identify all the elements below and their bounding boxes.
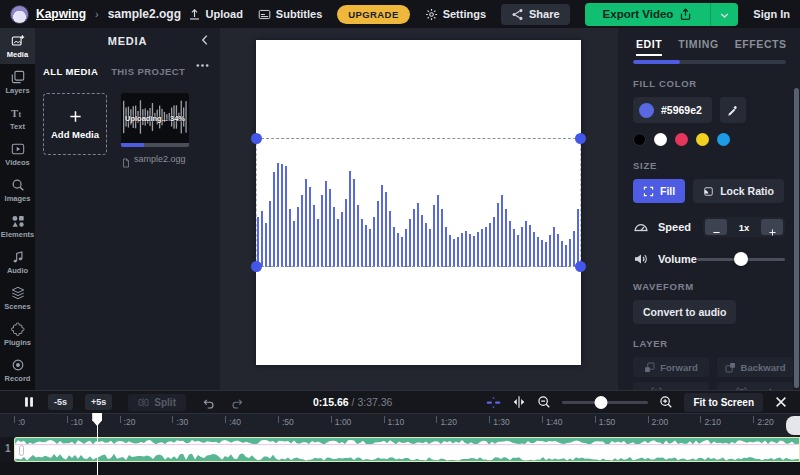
kapwing-home-link[interactable]: Kapwing [36,7,86,21]
sidebar-item-videos[interactable]: Videos [0,136,35,172]
sidebar-item-media[interactable]: Media [0,28,35,64]
selection-handle-bottom-right[interactable] [575,261,586,272]
speed-decrease-button[interactable] [705,219,727,235]
tab-edit[interactable]: EDIT [636,38,662,56]
ruler-tick-label: 2:10 [704,417,721,427]
sidebar-item-elements[interactable]: Elements [0,208,35,244]
audio-clip[interactable] [14,437,800,462]
convert-to-audio-button[interactable]: Convert to audio [633,300,736,324]
zoom-in-icon[interactable] [659,395,673,409]
add-media-button[interactable]: Add Media [43,93,107,155]
ruler-tick [700,416,701,423]
sidebar-item-record[interactable]: Record [0,352,35,388]
timeline-scrollbar-thumb[interactable] [786,416,800,435]
media-thumbnail[interactable]: Uploading... 34% [121,93,189,143]
edit-panel-tabs: EDITTIMINGEFFECTS [633,28,800,56]
ruler-tick [648,416,649,423]
selection-handle-bottom-left[interactable] [251,261,262,272]
media-panel-content: Add Media Uploading... 34% sample2.o [35,77,220,164]
zoom-out-icon[interactable] [537,395,551,409]
clip-trim-handle[interactable] [19,445,24,456]
swatch-ffffff[interactable] [654,133,667,146]
fill-color-chip[interactable]: #5969e2 [633,97,712,123]
video-canvas[interactable] [256,40,581,365]
workspace-avatar[interactable] [10,5,29,24]
split-view-icon[interactable] [512,395,526,409]
export-options-button[interactable] [710,3,738,26]
selection-handle-top-left[interactable] [251,133,262,144]
swatch-f2d021[interactable] [696,133,709,146]
tab-timing[interactable]: TIMING [678,38,718,56]
ruler-tick-label: 2:00 [652,417,669,427]
upgrade-button[interactable]: UPGRADE [337,5,409,24]
playhead-line[interactable] [97,424,99,475]
sidebar-item-audio[interactable]: Audio [0,244,35,280]
timeline-ruler[interactable]: :0:10:20:30:40:501:001:101:201:301:401:5… [0,413,800,437]
backward-button[interactable]: Backward [717,357,793,377]
subtitles-button[interactable]: Subtitles [258,8,322,21]
fill-size-button[interactable]: Fill [633,179,685,203]
media-tab-all-media[interactable]: ALL MEDIA [43,66,98,77]
settings-button[interactable]: Settings [425,8,486,21]
timeline-bottom-strip [0,462,800,475]
split-button[interactable]: Split [128,394,186,411]
upload-button[interactable]: Upload [188,8,243,21]
media-file-name: sample2.ogg [134,154,186,164]
export-video-button[interactable]: Export Video [585,3,711,26]
skip-back-5s-button[interactable]: -5s [48,394,73,410]
swatch-000000[interactable] [633,133,646,146]
selection-box[interactable] [256,138,581,267]
share-button[interactable]: Share [501,4,570,25]
lock-ratio-button[interactable]: Lock Ratio [693,179,784,203]
ruler-tick [436,416,437,423]
redo-button[interactable] [231,396,244,409]
ruler-tick-label: 1:30 [493,417,510,427]
sidebar-item-images[interactable]: Images [0,172,35,208]
sidebar-item-scenes[interactable]: Scenes [0,280,35,316]
close-timeline-icon[interactable] [774,395,788,409]
collapse-panel-icon[interactable] [198,33,212,47]
timeline-section: -5s +5s Split 0:15.66 / 3:37.36 Fit [0,390,800,475]
media-panel-title: MEDIA [108,35,147,47]
zoom-slider-knob[interactable] [595,396,608,409]
forward-button[interactable]: Forward [633,357,709,377]
ruler-tick [595,416,596,423]
record-icon [11,358,25,372]
layer-backward-icon [725,362,736,373]
swatch-e8355e[interactable] [675,133,688,146]
uploading-media-card[interactable]: Uploading... 34% sample2.ogg [121,93,189,164]
speed-increase-button[interactable] [761,219,783,235]
sidebar-item-plugins[interactable]: Plugins [0,316,35,352]
volume-slider[interactable] [697,252,785,266]
panel-scrollbar[interactable] [794,88,799,388]
pause-button[interactable] [22,395,36,409]
snap-toggle-icon[interactable] [486,395,501,410]
volume-slider-knob[interactable] [734,252,748,266]
ruler-tick [542,416,543,423]
ruler-tick [172,416,173,423]
media-tab-this-project[interactable]: THIS PROJECT [111,66,185,77]
videos-icon [11,142,25,156]
undo-button[interactable] [202,396,215,409]
ruler-tick [225,416,226,423]
topbar-actions: Upload Subtitles UPGRADE Settings Share … [188,3,790,26]
skip-forward-5s-button[interactable]: +5s [85,394,112,410]
eyedropper-button[interactable] [720,97,746,123]
selection-handle-top-right[interactable] [575,133,586,144]
ruler-tick-label: 1:20 [440,417,457,427]
sidebar-item-layers[interactable]: Layers [0,64,35,100]
swatch-1c9ce6[interactable] [717,133,730,146]
project-title[interactable]: sample2.ogg [108,7,181,21]
timeline-zoom-slider[interactable] [562,396,648,409]
more-options-icon[interactable] [195,58,210,73]
sign-in-button[interactable]: Sign In [753,8,790,20]
playback-controls: -5s +5s Split 0:15.66 / 3:37.36 Fit [0,390,800,413]
speed-stepper: 1x [703,217,785,237]
tab-effects[interactable]: EFFECTS [735,38,787,56]
panel-progress-bar [633,60,786,64]
fit-to-screen-button[interactable]: Fit to Screen [684,393,763,412]
export-icon [679,8,692,21]
media-file-row: sample2.ogg [121,154,189,164]
edit-panel: EDITTIMINGEFFECTS FILL COLOR #5969e2 SIZ… [618,28,800,390]
sidebar-item-text[interactable]: TtText [0,100,35,136]
